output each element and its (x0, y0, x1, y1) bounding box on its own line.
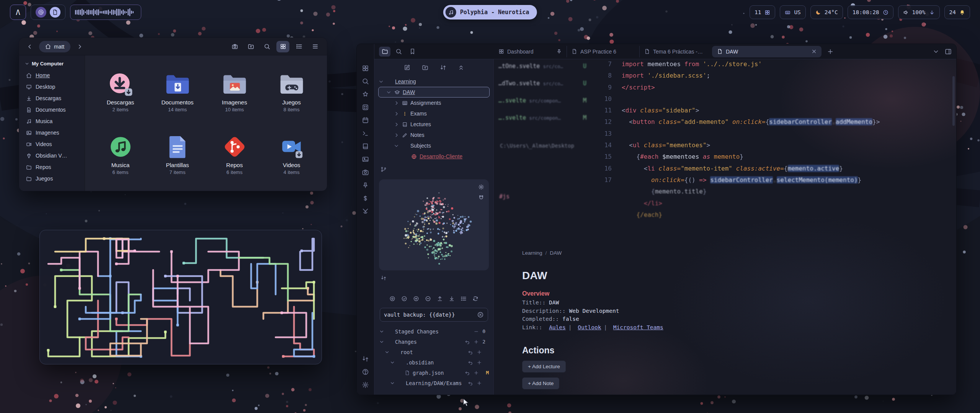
stage-icon[interactable] (474, 339, 479, 345)
note-link[interactable]: Microsoft Teams (613, 324, 663, 330)
tree-item[interactable]: Desarrollo-Cliente (378, 151, 490, 162)
titlebar-action-button[interactable] (276, 41, 289, 52)
explorer-toolbar-icon[interactable] (458, 64, 464, 71)
tab[interactable]: Tema 6 Prácticas -… (639, 46, 712, 57)
add-lecture-button[interactable]: + Add Lecture (522, 361, 566, 372)
ribbon-icon[interactable] (362, 91, 369, 98)
graph-control-icon[interactable] (478, 184, 484, 190)
ribbon-icon[interactable] (362, 169, 369, 176)
titlebar-action-button[interactable] (292, 41, 305, 52)
editor-pane[interactable]: …tOne.svelte src/co… U …dTwo.svelte src/… (494, 59, 956, 395)
titlebar-action-button[interactable] (228, 41, 241, 52)
discard-icon[interactable] (465, 339, 470, 345)
sidebar-item[interactable]: Home (23, 70, 82, 81)
sidebar-view-icon[interactable] (393, 47, 404, 57)
titlebar-action-button[interactable] (309, 41, 322, 52)
sidebar-view-icon[interactable] (407, 47, 418, 57)
notifications-module[interactable]: 24 (944, 5, 970, 19)
split-layout-icon[interactable] (945, 48, 952, 55)
tab[interactable]: Dashboard (494, 46, 567, 57)
breadcrumb[interactable]: matt (39, 41, 70, 52)
folder-tile[interactable]: Descargas 2 items (93, 60, 148, 123)
graph-view[interactable] (379, 179, 489, 270)
ribbon-icon[interactable] (362, 195, 369, 202)
explorer-toolbar-icon[interactable] (422, 64, 428, 71)
sidebar-item[interactable]: Juegos (23, 173, 82, 184)
sidebar-item[interactable]: Desktop (23, 81, 82, 93)
tree-item[interactable]: DAW (378, 87, 490, 98)
folder-tile[interactable]: Repos 6 items (207, 123, 262, 185)
tab-list-icon[interactable] (933, 48, 939, 55)
titlebar-action-button[interactable] (260, 41, 273, 52)
tree-item[interactable]: Notes (378, 130, 490, 140)
ribbon-icon[interactable] (362, 208, 369, 215)
ribbon-icon[interactable] (362, 78, 369, 85)
sidebar-item[interactable]: Documentos (23, 104, 82, 115)
folder-tile[interactable]: Videos 4 items (264, 123, 319, 185)
notes-button[interactable] (50, 7, 60, 18)
discard-icon[interactable] (468, 350, 473, 355)
tree-item[interactable]: Subjects (378, 140, 490, 151)
launcher-button[interactable]: Λ (10, 5, 26, 20)
tab[interactable]: ASP Practice 6 (567, 46, 639, 57)
git-toolbar-icon[interactable] (413, 296, 419, 302)
discard-icon[interactable] (468, 380, 473, 386)
tree-item[interactable]: Lectures (378, 119, 490, 130)
back-button[interactable] (24, 41, 35, 52)
clear-icon[interactable] (477, 311, 484, 318)
graph-control-icon[interactable] (478, 195, 484, 201)
unstage-icon[interactable] (474, 329, 479, 334)
sidebar-item[interactable]: Obsidian V… (23, 150, 82, 161)
breadcrumb-segment[interactable]: DAW (550, 250, 562, 256)
add-note-button[interactable]: + Add Note (522, 377, 559, 389)
ribbon-icon[interactable] (362, 65, 369, 72)
tree-item[interactable]: Exams (378, 108, 490, 119)
sidebar-item[interactable]: Repos (23, 161, 82, 173)
discard-icon[interactable] (468, 360, 473, 365)
note-link[interactable]: Aules (549, 324, 566, 330)
ribbon-icon[interactable] (362, 355, 369, 363)
volume-module[interactable]: 100% (898, 5, 940, 19)
commit-message-input[interactable]: vault backup: {{date}} (380, 308, 488, 322)
forward-button[interactable] (74, 41, 85, 52)
explorer-toolbar-icon[interactable] (404, 64, 410, 71)
tree-item[interactable]: Assignments (378, 98, 490, 108)
note-link[interactable]: Outlook (578, 324, 601, 330)
git-toolbar-icon[interactable] (449, 296, 455, 302)
ribbon-icon[interactable] (362, 104, 369, 111)
tab[interactable]: DAW (712, 46, 822, 57)
git-toolbar-icon[interactable] (401, 296, 407, 302)
sync-icon[interactable] (381, 275, 387, 281)
stage-icon[interactable] (474, 370, 479, 376)
sidebar-section-header[interactable]: My Computer (23, 60, 82, 70)
workspace-module[interactable]: 11 (750, 5, 775, 19)
ribbon-icon[interactable] (362, 130, 369, 137)
ribbon-icon[interactable] (362, 156, 369, 163)
git-toolbar-icon[interactable] (461, 296, 467, 302)
git-toolbar-icon[interactable] (425, 296, 431, 302)
discard-icon[interactable] (465, 370, 470, 376)
folder-tile[interactable]: Plantillas 7 items (150, 123, 205, 185)
ribbon-icon[interactable] (362, 368, 369, 376)
sidebar-item[interactable]: Descargas (23, 93, 82, 104)
stage-icon[interactable] (477, 360, 482, 365)
folder-tile[interactable]: Juegos 8 items (264, 60, 319, 123)
git-row[interactable]: Learning/DAW/Exams (379, 378, 489, 388)
git-toolbar-icon[interactable] (437, 296, 443, 302)
sidebar-item[interactable]: Imagenes (23, 127, 82, 138)
sidebar-item[interactable]: Musica (23, 115, 82, 127)
ribbon-icon[interactable] (362, 117, 369, 124)
folder-tile[interactable]: Imagenes 10 items (207, 60, 262, 123)
titlebar-action-button[interactable] (244, 41, 257, 52)
keyboard-layout-module[interactable]: US (780, 5, 805, 19)
stage-icon[interactable] (477, 350, 482, 355)
git-row[interactable]: graph.json M (379, 367, 489, 378)
git-toolbar-icon[interactable] (389, 296, 395, 302)
git-branch-icon[interactable] (381, 166, 387, 172)
git-row[interactable]: Staged Changes 0 (379, 326, 489, 337)
folder-tile[interactable]: Documentos 14 items (150, 60, 205, 123)
close-tab-icon[interactable] (811, 49, 817, 54)
new-tab-button[interactable] (827, 48, 834, 55)
sidebar-view-icon[interactable] (379, 47, 390, 57)
breadcrumb-segment[interactable]: Learning (522, 250, 542, 256)
